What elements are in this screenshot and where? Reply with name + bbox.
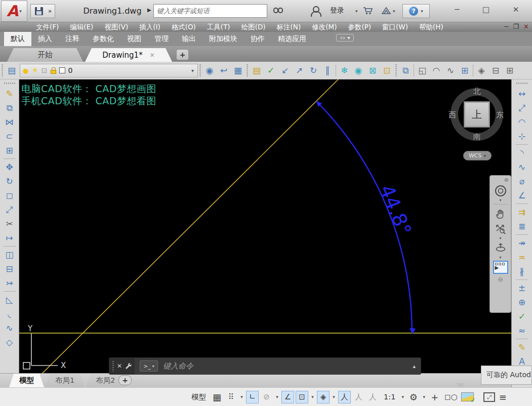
pan-hand-icon[interactable] [493, 206, 509, 221]
window-minimize-button[interactable]: ─ [449, 5, 465, 14]
stretch-icon[interactable]: ⤢ [3, 202, 17, 217]
layout-tab-layout1[interactable]: 布局1 [45, 374, 85, 387]
scale-caret[interactable]: ▾ [400, 391, 405, 403]
gear-caret[interactable]: ▾ [421, 391, 427, 403]
window-maximize-button[interactable]: □ [478, 5, 494, 14]
vp-unlock-icon[interactable]: ⊡ [380, 64, 394, 77]
dim-continue-icon[interactable]: ↠ [515, 236, 529, 250]
customize-menu-icon[interactable]: ≡ [497, 391, 509, 403]
drawing-tab-close-icon[interactable]: ✕ [150, 52, 155, 59]
ribbon-tab-manage[interactable]: 管理 [148, 32, 175, 46]
osnap-tracking-icon[interactable]: ∠ [281, 391, 294, 403]
osnap-3d-icon[interactable]: ◈ [317, 391, 330, 403]
fullscreen-icon[interactable]: ⤢ [483, 392, 495, 402]
signin-label[interactable]: 登录 [330, 6, 344, 15]
vp-lock-icon[interactable]: ⊠ [365, 64, 380, 77]
annotation-autoscale-icon[interactable]: 人 [352, 391, 365, 403]
layer-previous-icon[interactable]: ↩ [217, 64, 231, 77]
diagonal-yellow-line[interactable] [42, 79, 340, 373]
showmotion-icon[interactable]: ▶ [493, 260, 509, 275]
menu-insert[interactable]: 插入(I) [134, 23, 166, 32]
osnap-caret[interactable]: ▾ [310, 391, 315, 403]
edit-arc-icon[interactable]: ◠ [429, 64, 443, 77]
ribbon-display-toggle[interactable]: ▭ ▾ [336, 34, 354, 42]
menu-draw[interactable]: 绘图(D) [236, 23, 271, 32]
title-caret-icon[interactable]: ▶ [147, 7, 151, 13]
edit-spline-icon[interactable]: ∿ [443, 64, 458, 77]
break-at-point-icon[interactable]: ◫ [3, 248, 17, 262]
dim-spacing-icon[interactable]: ≍ [515, 250, 529, 264]
extend-icon[interactable]: ↦ [3, 231, 17, 245]
layer-isolate-icon[interactable]: ▤ [250, 64, 264, 77]
window-close-button[interactable]: ✕ [508, 5, 523, 14]
annotation-scale-icon[interactable]: 人 [366, 391, 379, 403]
ucs-icon[interactable] [23, 334, 58, 369]
ribbon-tab-annotate[interactable]: 注释 [59, 32, 86, 46]
break-icon[interactable]: ⊟ [3, 262, 17, 276]
new-drawing-tab-button[interactable]: + [176, 49, 189, 60]
rotate-icon[interactable]: ↻ [3, 174, 17, 188]
toolbar-grip[interactable] [516, 82, 528, 85]
layer-unlock-icon[interactable] [51, 70, 56, 74]
move-icon[interactable]: ✥ [3, 160, 17, 174]
dim-aligned-icon[interactable]: ⤢ [515, 101, 529, 115]
make-object-layer-current-icon[interactable]: ◉ [202, 64, 217, 77]
orbit-caret-icon[interactable]: ▾ [499, 256, 501, 260]
offset-icon[interactable]: ⊂ [3, 129, 17, 143]
doc-close-icon[interactable]: ✕ [523, 23, 529, 30]
layer-thaw-sun-icon[interactable]: ☀ [31, 66, 38, 75]
menu-dimension[interactable]: 标注(N) [271, 23, 307, 32]
toolbar-grip[interactable] [4, 82, 16, 85]
layer-properties-icon[interactable]: ▤ [5, 64, 19, 77]
search-binoculars-icon[interactable] [273, 8, 283, 13]
isolate-objects-icon[interactable]: ◻○ [442, 391, 460, 403]
grid-icon[interactable]: ▦ [211, 391, 223, 403]
dim-linear-icon[interactable]: ↔ [515, 87, 529, 101]
join-icon[interactable]: ↣ [3, 276, 17, 290]
viewcube-east-label[interactable]: 东 [496, 110, 504, 120]
copy-icon[interactable]: ⧉ [3, 101, 17, 115]
chamfer-icon[interactable]: ◺ [3, 293, 17, 307]
ribbon-tab-default[interactable]: 默认 [4, 32, 31, 46]
start-tab[interactable]: 开始 [7, 48, 83, 62]
menu-view[interactable]: 视图(V) [99, 23, 134, 32]
new-layout-button[interactable]: + [118, 375, 132, 385]
sync-attributes-icon[interactable]: ⊞ [503, 64, 517, 77]
command-grip[interactable] [112, 360, 114, 372]
toolbar-grip[interactable] [1, 64, 4, 77]
viewcube-south-label[interactable]: 南 [451, 132, 503, 142]
blend-curves-icon[interactable]: ∿ [3, 321, 17, 335]
doc-minimize-icon[interactable]: ─ [505, 23, 509, 30]
menu-file[interactable]: 文件(F) [30, 23, 64, 32]
orbit-icon[interactable] [493, 240, 509, 256]
navigation-wheel-icon[interactable] [493, 183, 509, 198]
qat-expand-icon[interactable]: » [48, 8, 51, 15]
toolbar-grip[interactable] [246, 64, 249, 77]
layer-lock-fade-icon[interactable]: ‖ [320, 64, 335, 77]
viewcube-north-label[interactable]: 北 [451, 87, 503, 96]
dim-diameter-icon[interactable]: ⌀ [515, 174, 529, 188]
dim-jogged-icon[interactable]: ∿ [515, 160, 529, 174]
match-properties-icon[interactable]: ⧉ [398, 64, 413, 77]
wheel-caret-icon[interactable]: ▾ [499, 198, 501, 202]
menu-tools[interactable]: 工具(T) [201, 23, 236, 32]
ribbon-tab-insert[interactable]: 插入 [31, 32, 59, 46]
dim-baseline-icon[interactable]: ≣ [515, 219, 529, 233]
osnap-icon[interactable]: ⊡ [296, 391, 308, 403]
array-icon[interactable]: ⊞ [3, 143, 17, 157]
dim-arc-length-icon[interactable]: ◠ [515, 115, 529, 129]
dim-break-icon[interactable]: ∦ [515, 264, 529, 278]
edit-clip-icon[interactable]: ◱ [415, 64, 429, 77]
application-menu-button[interactable]: A ▾ [1, 1, 27, 22]
drawing-canvas[interactable]: 44.8° Y X 电脑CAD软件： CAD梦想画图 手机CAD软件： CAD梦… [19, 79, 511, 373]
snap-caret[interactable]: ▾ [239, 391, 244, 403]
angle-dimension-text[interactable]: 44.8° [376, 182, 416, 239]
layer-on-bulb-icon[interactable]: ● [23, 67, 28, 74]
ribbon-tab-collaborate[interactable]: 协作 [244, 32, 271, 46]
move-to-layer-icon[interactable]: ↙ [278, 64, 292, 77]
layer-combo-caret-icon[interactable]: ▾ [191, 68, 195, 73]
scale-icon[interactable]: ◻ [3, 188, 17, 202]
navbar-close-icon[interactable]: ⊗ [504, 176, 511, 183]
quick-dimension-icon[interactable]: ⇉ [515, 205, 529, 219]
edit-array-icon[interactable]: ⊞ [458, 64, 472, 77]
